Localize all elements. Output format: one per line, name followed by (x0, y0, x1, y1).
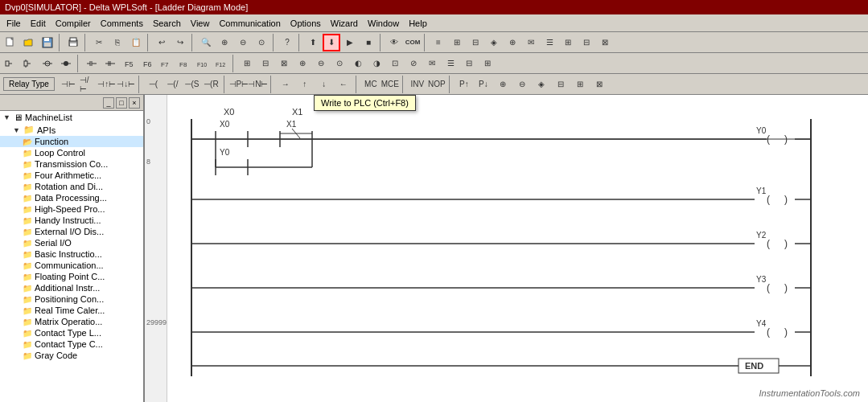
relay-b6[interactable]: ─(/ (164, 76, 182, 93)
tree-item-serial-io[interactable]: 📁 Serial I/O (0, 237, 143, 248)
menu-help[interactable]: Help (404, 17, 432, 30)
tb-b1[interactable]: ≡ (430, 34, 447, 51)
t2-b9[interactable]: F7 (157, 55, 175, 72)
tb-upload-btn[interactable]: ⬆ (304, 34, 322, 51)
t2-b2[interactable] (20, 55, 38, 72)
relay-b1[interactable]: ⊣⊢ (60, 76, 77, 93)
tree-root-machinelist[interactable]: ▼ 🖥 MachineList (0, 111, 143, 124)
relay-b17[interactable]: INV (409, 76, 426, 93)
tb-b4[interactable]: ◈ (485, 34, 503, 51)
tb-b9[interactable]: ⊟ (578, 34, 595, 51)
t2-b20[interactable]: ◑ (368, 55, 385, 72)
t2-b11[interactable]: F10 (194, 55, 212, 72)
t2-b6[interactable] (101, 55, 119, 72)
tree-item-matrix[interactable]: 📁 Matrix Operatio... (0, 316, 143, 327)
tb-redo-btn[interactable]: ↪ (171, 34, 189, 51)
tb-zoomreset-btn[interactable]: ⊙ (253, 34, 270, 51)
relay-b7[interactable]: ─(S (183, 76, 201, 93)
tb-copy-btn[interactable]: ⎘ (109, 34, 126, 51)
t2-b22[interactable]: ⊘ (405, 55, 422, 72)
relay-b20[interactable]: P↓ (475, 76, 492, 93)
tb-b3[interactable]: ⊟ (467, 34, 484, 51)
tb-stop-btn[interactable]: ■ (360, 34, 377, 51)
tree-item-handy[interactable]: 📁 Handy Instructi... (0, 215, 143, 226)
relay-b25[interactable]: ⊞ (571, 76, 589, 93)
tb-undo-btn[interactable]: ↩ (153, 34, 171, 51)
menu-compiler[interactable]: Compiler (51, 17, 96, 30)
t2-b17[interactable]: ⊖ (312, 55, 330, 72)
t2-b12[interactable]: F12 (212, 55, 230, 72)
t2-b14[interactable]: ⊟ (257, 55, 274, 72)
tb-b5[interactable]: ⊕ (504, 34, 521, 51)
tree-item-external-io[interactable]: 📁 External I/O Dis... (0, 226, 143, 237)
tb-b6[interactable]: ✉ (522, 34, 540, 51)
t2-b13[interactable]: ⊞ (238, 55, 256, 72)
tb-b7[interactable]: ☰ (541, 34, 558, 51)
relay-b21[interactable]: ⊕ (494, 76, 512, 93)
t2-b4[interactable] (57, 55, 75, 72)
ladder-area[interactable]: 0 8 29999 X0 X1 X0 (145, 95, 868, 402)
t2-b18[interactable]: ⊙ (331, 55, 348, 72)
t2-b1[interactable] (2, 55, 19, 72)
menu-comments[interactable]: Comments (96, 17, 148, 30)
tb-print-btn[interactable] (64, 34, 82, 51)
t2-b3[interactable] (39, 55, 56, 72)
t2-b10[interactable]: F8 (175, 55, 193, 72)
menu-communication[interactable]: Communication (214, 17, 285, 30)
tree-item-additional-instr[interactable]: 📁 Additional Instr... (0, 282, 143, 293)
tree-item-four-arith[interactable]: 📁 Four Arithmetic... (0, 170, 143, 181)
tree-item-contact-type-l[interactable]: 📁 Contact Type L... (0, 327, 143, 338)
relay-b5[interactable]: ─( (145, 76, 162, 93)
relay-b12[interactable]: ↑ (296, 76, 314, 93)
relay-b19[interactable]: P↑ (455, 76, 473, 93)
t2-b24[interactable]: ☰ (442, 55, 459, 72)
tree-item-real-time[interactable]: 📁 Real Time Caler... (0, 305, 143, 316)
menu-view[interactable]: View (186, 17, 215, 30)
t2-b8[interactable]: F6 (138, 55, 156, 72)
tb-b8[interactable]: ⊞ (559, 34, 577, 51)
relay-b8[interactable]: ─(R (203, 76, 220, 93)
relay-b16[interactable]: MCE (381, 76, 399, 93)
tree-folder-apis[interactable]: ▼ 📁 APIs (0, 124, 143, 136)
tb-find-btn[interactable]: 🔍 (197, 34, 215, 51)
menu-window[interactable]: Window (363, 17, 404, 30)
tb-cut-btn[interactable]: ✂ (90, 34, 108, 51)
tb-help-btn[interactable]: ? (278, 34, 296, 51)
relay-b26[interactable]: ⊠ (590, 76, 608, 93)
tree-item-transmission[interactable]: 📁 Transmission Co... (0, 158, 143, 170)
tb-new-btn[interactable] (2, 34, 19, 51)
t2-b23[interactable]: ✉ (423, 55, 441, 72)
relay-b13[interactable]: ↓ (315, 76, 333, 93)
relay-b23[interactable]: ◈ (533, 76, 550, 93)
tb-paste-btn[interactable]: 📋 (127, 34, 145, 51)
menu-options[interactable]: Options (286, 17, 326, 30)
relay-b4[interactable]: ⊣↓⊢ (117, 76, 135, 93)
t2-b26[interactable]: ⊞ (479, 55, 496, 72)
relay-b22[interactable]: ⊖ (513, 76, 531, 93)
t2-b19[interactable]: ◐ (349, 55, 367, 72)
t2-b25[interactable]: ⊟ (460, 55, 478, 72)
tree-item-rotation[interactable]: 📁 Rotation and Di... (0, 181, 143, 192)
relay-b11[interactable]: → (277, 76, 294, 93)
relay-b2[interactable]: ⊣/⊢ (79, 76, 97, 93)
relay-b9[interactable]: ⊣P⊢ (230, 76, 248, 93)
tb-zoomout-btn[interactable]: ⊖ (234, 34, 252, 51)
tree-item-contact-type-c[interactable]: 📁 Contact Type C... (0, 338, 143, 350)
panel-restore-btn[interactable]: □ (116, 97, 127, 109)
t2-b21[interactable]: ⊡ (386, 55, 404, 72)
tree-item-basic-instr[interactable]: 📁 Basic Instructio... (0, 248, 143, 260)
tb-b2[interactable]: ⊞ (448, 34, 466, 51)
tb-open-btn[interactable] (20, 34, 38, 51)
tree-item-positioning[interactable]: 📁 Positioning Con... (0, 293, 143, 305)
tree-item-function[interactable]: 📂 Function (0, 136, 143, 147)
tree-item-gray-code[interactable]: 📁 Gray Code (0, 350, 143, 361)
menu-file[interactable]: File (2, 17, 26, 30)
menu-edit[interactable]: Edit (26, 17, 51, 30)
tb-monitor-btn[interactable]: 👁 (385, 34, 403, 51)
relay-b10[interactable]: ⊣N⊢ (249, 76, 267, 93)
t2-b15[interactable]: ⊠ (275, 55, 293, 72)
t2-b7[interactable]: F5 (120, 55, 138, 72)
menu-search[interactable]: Search (148, 17, 186, 30)
tree-item-loop[interactable]: 📁 Loop Control (0, 147, 143, 158)
tree-item-communication[interactable]: 📁 Communication... (0, 260, 143, 271)
